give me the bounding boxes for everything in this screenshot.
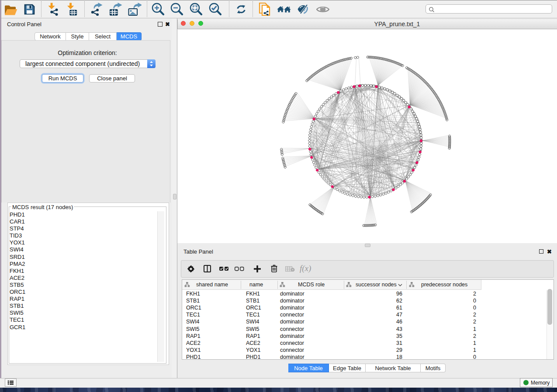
svg-text:Memory: Memory: [531, 380, 550, 386]
